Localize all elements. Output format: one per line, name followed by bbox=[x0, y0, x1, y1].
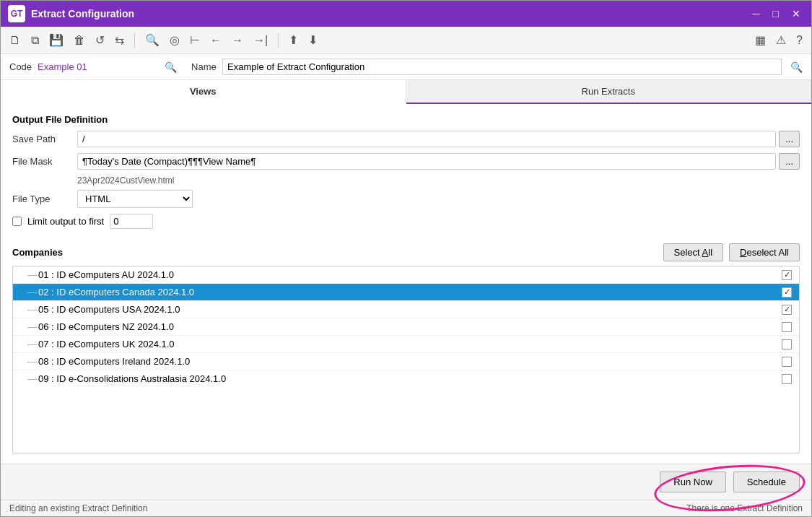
status-right: There is one Extract Definition bbox=[686, 503, 803, 513]
nav-last-button[interactable]: →| bbox=[250, 32, 271, 48]
name-search-icon[interactable]: 🔍 bbox=[790, 61, 803, 73]
company-checkbox[interactable] bbox=[782, 270, 792, 280]
bottom-buttons: Run Now Schedule bbox=[1, 464, 811, 500]
deselect-all-button[interactable]: Deselect All bbox=[729, 243, 800, 261]
name-input[interactable] bbox=[222, 58, 782, 75]
companies-actions: Select All Deselect All bbox=[663, 243, 800, 261]
company-checkbox[interactable] bbox=[782, 322, 792, 332]
exchange-button[interactable]: ⇆ bbox=[112, 32, 127, 48]
company-name: —09 : ID e-Consolidations Australasia 20… bbox=[27, 373, 782, 384]
new-button[interactable]: 🗋 bbox=[6, 32, 24, 48]
file-mask-browse-button[interactable]: ... bbox=[779, 153, 800, 170]
companies-header: Companies Select All Deselect All bbox=[12, 243, 800, 261]
company-checkbox[interactable] bbox=[782, 339, 792, 349]
nav-first-button[interactable]: ⊢ bbox=[187, 32, 203, 48]
companies-section: Companies Select All Deselect All —01 : … bbox=[12, 243, 800, 453]
status-left: Editing an existing Extract Definition bbox=[9, 503, 147, 513]
nav-next-button[interactable]: → bbox=[229, 32, 246, 48]
grid-button[interactable]: ▦ bbox=[752, 32, 769, 48]
limit-row: Limit output to first bbox=[12, 214, 800, 229]
save-button[interactable]: 💾 bbox=[46, 32, 66, 48]
save-path-input[interactable] bbox=[77, 131, 776, 147]
save-path-browse-button[interactable]: ... bbox=[779, 131, 800, 147]
file-preview: 23Apr2024CustView.html bbox=[77, 175, 800, 186]
company-checkbox[interactable] bbox=[782, 374, 792, 384]
companies-list: —01 : ID eComputers AU 2024.1.0 —02 : ID… bbox=[12, 266, 800, 453]
file-mask-label: File Mask bbox=[12, 156, 77, 167]
delete-button[interactable]: 🗑 bbox=[71, 32, 88, 48]
content-area: Output File Definition Save Path ... Fil… bbox=[1, 104, 811, 464]
company-name: —08 : ID eComputers Ireland 2024.1.0 bbox=[27, 356, 782, 367]
save-path-row: Save Path ... bbox=[12, 131, 800, 147]
company-name: —02 : ID eComputers Canada 2024.1.0 bbox=[27, 287, 782, 297]
code-name-row: Code 🔍 Name 🔍 bbox=[1, 54, 811, 80]
company-checkbox[interactable] bbox=[782, 287, 792, 297]
company-row[interactable]: —08 : ID eComputers Ireland 2024.1.0 bbox=[13, 353, 799, 370]
file-mask-input[interactable] bbox=[77, 153, 776, 170]
limit-label: Limit output to first bbox=[27, 216, 104, 227]
file-type-select[interactable]: HTML CSV PDF XLSX bbox=[77, 190, 193, 208]
file-type-row: File Type HTML CSV PDF XLSX bbox=[12, 190, 800, 208]
schedule-button[interactable]: Schedule bbox=[733, 472, 800, 492]
title-bar-controls: ─ □ ✕ bbox=[749, 7, 804, 20]
company-checkbox[interactable] bbox=[782, 305, 792, 315]
limit-number-input[interactable] bbox=[110, 214, 153, 229]
download-button[interactable]: ⬇ bbox=[305, 32, 320, 48]
toolbar-separator-1 bbox=[134, 33, 135, 48]
save-path-label: Save Path bbox=[12, 134, 77, 144]
maximize-button[interactable]: □ bbox=[769, 7, 782, 20]
select-all-button[interactable]: Select All bbox=[663, 243, 723, 261]
help-button[interactable]: ? bbox=[793, 32, 806, 48]
file-type-label: File Type bbox=[12, 194, 77, 204]
company-name: —05 : ID eComputers USA 2024.1.0 bbox=[27, 304, 782, 315]
status-bar: Editing an existing Extract Definition T… bbox=[1, 500, 811, 516]
company-checkbox[interactable] bbox=[782, 357, 792, 367]
warning-button[interactable]: ⚠ bbox=[773, 32, 789, 48]
company-name: —06 : ID eComputers NZ 2024.1.0 bbox=[27, 321, 782, 332]
company-row[interactable]: —01 : ID eComputers AU 2024.1.0 bbox=[13, 266, 799, 284]
limit-checkbox[interactable] bbox=[12, 217, 22, 226]
title-bar: GT Extract Configuration ─ □ ✕ bbox=[1, 1, 811, 27]
binoculars-button[interactable]: 🔍 bbox=[142, 32, 162, 48]
tab-run-extracts[interactable]: Run Extracts bbox=[406, 80, 812, 103]
minimize-button[interactable]: ─ bbox=[749, 7, 764, 20]
close-button[interactable]: ✕ bbox=[788, 7, 804, 20]
gt-logo: GT bbox=[8, 5, 25, 22]
company-row[interactable]: —02 : ID eComputers Canada 2024.1.0 bbox=[13, 284, 799, 301]
company-row[interactable]: —05 : ID eComputers USA 2024.1.0 bbox=[13, 301, 799, 318]
code-input[interactable] bbox=[38, 61, 159, 72]
copy-button[interactable]: ⧉ bbox=[28, 32, 42, 48]
refresh-button[interactable]: ↺ bbox=[92, 32, 108, 48]
company-row[interactable]: —06 : ID eComputers NZ 2024.1.0 bbox=[13, 318, 799, 336]
run-now-button[interactable]: Run Now bbox=[660, 472, 725, 492]
target-button[interactable]: ◎ bbox=[167, 32, 183, 48]
code-search-icon[interactable]: 🔍 bbox=[165, 61, 177, 73]
company-name: —01 : ID eComputers AU 2024.1.0 bbox=[27, 269, 782, 280]
window-title: Extract Configuration bbox=[31, 8, 134, 19]
company-row[interactable]: —07 : ID eComputers UK 2024.1.0 bbox=[13, 336, 799, 353]
output-file-section: Output File Definition Save Path ... Fil… bbox=[12, 114, 800, 236]
output-section-title: Output File Definition bbox=[12, 114, 800, 125]
companies-title: Companies bbox=[12, 247, 63, 258]
company-name: —07 : ID eComputers UK 2024.1.0 bbox=[27, 339, 782, 349]
file-mask-row: File Mask ... bbox=[12, 153, 800, 170]
code-label: Code bbox=[9, 61, 32, 72]
company-row[interactable]: —09 : ID e-Consolidations Australasia 20… bbox=[13, 370, 799, 387]
upload-button[interactable]: ⬆ bbox=[286, 32, 301, 48]
title-bar-left: GT Extract Configuration bbox=[8, 5, 134, 22]
tab-views[interactable]: Views bbox=[1, 80, 406, 104]
toolbar: 🗋 ⧉ 💾 🗑 ↺ ⇆ 🔍 ◎ ⊢ ← → →| ⬆ ⬇ ▦ ⚠ ? bbox=[1, 27, 811, 54]
name-label: Name bbox=[191, 61, 217, 72]
tabs-bar: Views Run Extracts bbox=[1, 80, 811, 104]
nav-prev-button[interactable]: ← bbox=[207, 32, 224, 48]
main-window: GT Extract Configuration ─ □ ✕ 🗋 ⧉ 💾 🗑 ↺… bbox=[0, 0, 812, 517]
toolbar-separator-2 bbox=[278, 33, 279, 48]
